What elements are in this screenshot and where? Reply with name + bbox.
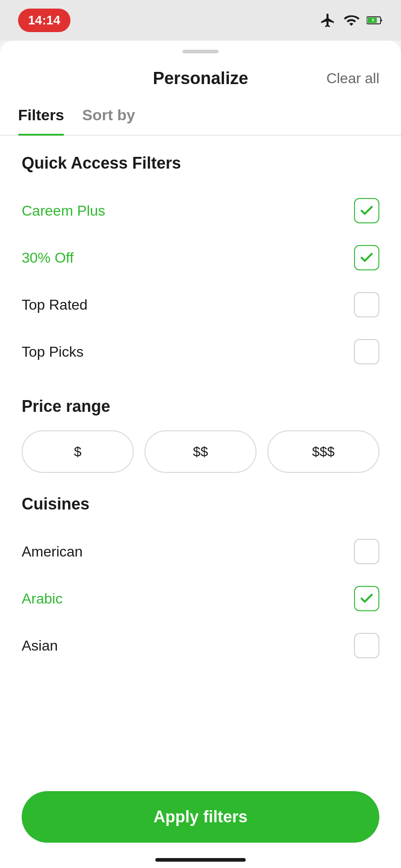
- filter-top-picks: Top Picks: [22, 328, 379, 375]
- price-buttons: $ $$ $$$: [22, 430, 379, 473]
- airplane-icon: [320, 12, 336, 28]
- checkbox-asian[interactable]: [354, 633, 379, 658]
- apply-button-container: Apply filters: [0, 780, 401, 868]
- quick-access-title: Quick Access Filters: [22, 154, 379, 173]
- filter-top-rated: Top Rated: [22, 281, 379, 328]
- filter-asian: Asian: [22, 622, 379, 669]
- tab-bar: Filters Sort by: [0, 97, 401, 136]
- checkbox-top-rated[interactable]: [354, 292, 379, 317]
- price-cheap-button[interactable]: $: [22, 430, 134, 473]
- filter-label-30-off: 30% Off: [22, 250, 74, 266]
- price-medium-button[interactable]: $$: [145, 430, 256, 473]
- filter-label-asian: Asian: [22, 637, 58, 654]
- price-range-title: Price range: [22, 397, 379, 416]
- handle-bar: [182, 50, 219, 53]
- checkbox-careem-plus[interactable]: [354, 198, 379, 223]
- filter-arabic: Arabic: [22, 575, 379, 622]
- home-indicator: [155, 858, 246, 862]
- sheet-header: Personalize Clear all: [0, 58, 401, 97]
- status-bar: 14:14: [0, 0, 401, 41]
- sheet-handle[interactable]: [0, 41, 401, 58]
- battery-icon: [367, 12, 383, 28]
- checkbox-arabic[interactable]: [354, 586, 379, 611]
- filter-label-careem-plus: Careem Plus: [22, 203, 105, 219]
- price-expensive-button[interactable]: $$$: [267, 430, 379, 473]
- bottom-sheet: Personalize Clear all Filters Sort by Qu…: [0, 41, 401, 868]
- filter-label-top-rated: Top Rated: [22, 297, 88, 313]
- wifi-icon: [343, 12, 359, 28]
- tab-sort-by[interactable]: Sort by: [82, 97, 135, 135]
- filter-label-arabic: Arabic: [22, 590, 63, 607]
- filter-careem-plus: Careem Plus: [22, 187, 379, 234]
- tab-filters[interactable]: Filters: [18, 97, 64, 135]
- sheet-title: Personalize: [153, 69, 248, 88]
- content-area: Quick Access Filters Careem Plus 30% Off: [0, 136, 401, 868]
- checkbox-american[interactable]: [354, 539, 379, 564]
- filter-label-top-picks: Top Picks: [22, 344, 84, 360]
- time-display: 14:14: [18, 9, 70, 32]
- filter-30-off: 30% Off: [22, 234, 379, 281]
- apply-filters-button[interactable]: Apply filters: [22, 791, 379, 843]
- price-range-section: Price range $ $$ $$$: [22, 397, 379, 473]
- checkbox-top-picks[interactable]: [354, 339, 379, 364]
- filter-label-american: American: [22, 543, 83, 560]
- clear-all-button[interactable]: Clear all: [326, 70, 379, 87]
- checkbox-30-off[interactable]: [354, 245, 379, 270]
- status-icons: [320, 12, 383, 28]
- filter-american: American: [22, 528, 379, 575]
- cuisines-title: Cuisines: [22, 495, 379, 514]
- quick-access-filters-section: Quick Access Filters Careem Plus 30% Off: [22, 154, 379, 375]
- cuisines-section: Cuisines American Arabic: [22, 495, 379, 669]
